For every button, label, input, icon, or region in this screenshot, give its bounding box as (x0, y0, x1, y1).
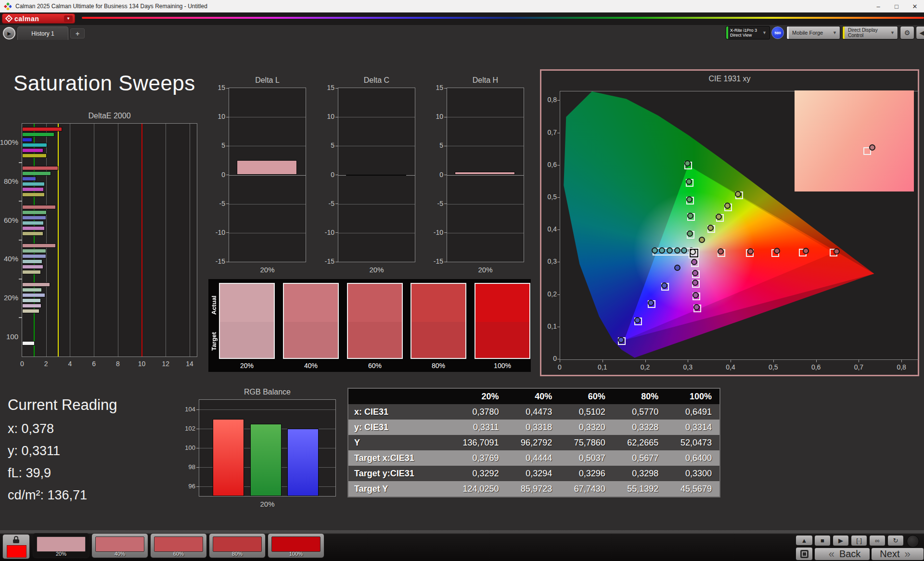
inset-measured-point (869, 144, 875, 151)
calman-logo-button[interactable]: calman ▼ (2, 13, 75, 24)
axis-tick (444, 117, 447, 117)
expand-up-button[interactable]: ▲ (796, 535, 813, 546)
infinity-button[interactable]: ∞ (869, 535, 886, 546)
row-label: Target x:CIE31 (348, 450, 453, 466)
axis-tick (444, 262, 447, 262)
x-tick-label: 10 (135, 360, 149, 368)
pattern-window-button[interactable] (796, 547, 813, 561)
corner-cell (348, 389, 453, 404)
value-cell: 0,3314 (666, 420, 719, 435)
axis-tick (226, 232, 229, 233)
chevron-down-icon[interactable]: ▼ (64, 15, 73, 22)
pattern-tile-40[interactable]: 40% (91, 533, 148, 558)
y-tick-label: 0 (210, 171, 225, 178)
tab-history-1[interactable]: History 1 (17, 26, 68, 40)
display-control-label: Direct Display Control (845, 27, 887, 38)
page-title: Saturation Sweeps (13, 71, 195, 95)
pattern-lock-tile[interactable] (2, 534, 30, 559)
y-tick-label: 0,4 (542, 225, 557, 233)
table-row: Target Y124,025085,972367,743055,139245,… (348, 481, 719, 497)
x-tick-label: 0,5 (766, 363, 781, 371)
display-control-dropdown[interactable]: Direct Display Control ▼ (842, 26, 898, 39)
deltae-bar (22, 270, 41, 274)
measured-point-yellow (716, 214, 722, 220)
table-row: x: CIE310,37800,44730,51020,57700,6491 (348, 404, 719, 420)
x-tick-label: 2 (39, 360, 53, 368)
pattern-tile-label: 100% (268, 551, 324, 557)
loop-button[interactable]: ↻ (887, 535, 904, 546)
status-led (907, 535, 919, 548)
y-tick-label: 5 (319, 141, 334, 149)
source-dropdown[interactable]: Mobile Forge ▼ (786, 26, 840, 39)
y-tick-label: 0,3 (542, 257, 557, 265)
pattern-tile-100[interactable]: 100% (268, 533, 324, 558)
next-button[interactable]: Next » (871, 548, 924, 561)
gridline (70, 124, 70, 357)
deltae-bar (22, 341, 35, 345)
meter-status-badge[interactable]: 580 (771, 26, 784, 39)
gridline (447, 204, 524, 204)
close-button[interactable]: ✕ (906, 0, 924, 13)
pattern-tile-label: 80% (209, 551, 265, 557)
current-reading-title: Current Reading (8, 396, 117, 414)
deltae-bar (22, 182, 45, 186)
axis-tick (335, 146, 338, 146)
y-tick-label: 10 (428, 113, 443, 120)
group-label: 80% (0, 177, 18, 185)
pattern-tile-60[interactable]: 60% (150, 533, 207, 558)
y-tick-label: -15 (210, 257, 225, 265)
meter-dropdown[interactable]: X-Rite i1Pro 3 Direct View ▼ (726, 26, 770, 39)
brand-toolbar: calman ▼ (0, 13, 924, 25)
deltae-bar (22, 143, 47, 147)
axis-tick (335, 232, 338, 233)
pattern-tile-80[interactable]: 80% (209, 533, 266, 558)
play-button[interactable]: ▶ (833, 535, 849, 546)
axis-tick (859, 360, 859, 362)
swatch-pair (475, 283, 530, 359)
target-swatch (475, 322, 529, 358)
measured-point-yellow (735, 191, 741, 197)
axis-tick (603, 360, 603, 362)
y-tick-label: 15 (319, 84, 334, 91)
measured-point-red (803, 248, 809, 254)
app-window: Calman 2025 Calman Ultimate for Business… (0, 0, 924, 561)
measured-point-yellow (707, 225, 714, 231)
axis-tick (196, 486, 199, 487)
gridline (338, 117, 415, 117)
value-cell: 0,6491 (666, 404, 719, 420)
pattern-bar: 20%40%60%80%100% ▲ ■▶[·]∞↻ « Back Next » (0, 530, 924, 561)
column-header: 100% (666, 389, 719, 404)
value-cell: 0,5037 (560, 450, 613, 466)
gridline (118, 124, 118, 357)
y-tick-label: -15 (319, 257, 334, 265)
window-titlebar: Calman 2025 Calman Ultimate for Business… (0, 0, 924, 13)
x-tick-label: 6 (87, 360, 101, 368)
history-expand-button[interactable]: ▶ (3, 27, 15, 39)
x-tick-label: 14 (183, 360, 196, 368)
step-button[interactable]: [·] (851, 535, 867, 546)
x-tick-label: 0,3 (680, 363, 695, 371)
add-tab-button[interactable]: + (70, 28, 85, 38)
pattern-tile-20[interactable]: 20% (33, 533, 90, 558)
chevron-left-icon: ◀ (920, 29, 924, 37)
value-cell: 85,9723 (507, 481, 560, 497)
target-swatch (348, 322, 402, 358)
row-label: x: CIE31 (348, 404, 453, 420)
back-button[interactable]: « Back (814, 548, 870, 561)
swatch-label: 40% (283, 362, 339, 370)
table-row: Y136,709196,279275,786062,266552,0473 (348, 435, 719, 450)
delta-h-chart: 151050-5-10-1520% (447, 88, 524, 262)
gridline (229, 175, 306, 176)
collapse-panel-button[interactable]: ◀ (916, 26, 924, 39)
step-icon: [·] (856, 537, 862, 544)
minimize-button[interactable]: – (869, 0, 887, 13)
axis-tick (901, 360, 902, 362)
delta-l-chart: 151050-5-10-1520% (229, 88, 306, 262)
delta-h-title: Delta H (447, 76, 524, 85)
value-cell: 0,3311 (453, 420, 507, 435)
maximize-button[interactable]: □ (887, 0, 906, 13)
value-cell: 0,5102 (560, 404, 613, 420)
settings-button[interactable]: ⚙ (900, 26, 914, 39)
value-cell: 136,7091 (453, 435, 507, 450)
stop-button[interactable]: ■ (814, 535, 831, 546)
